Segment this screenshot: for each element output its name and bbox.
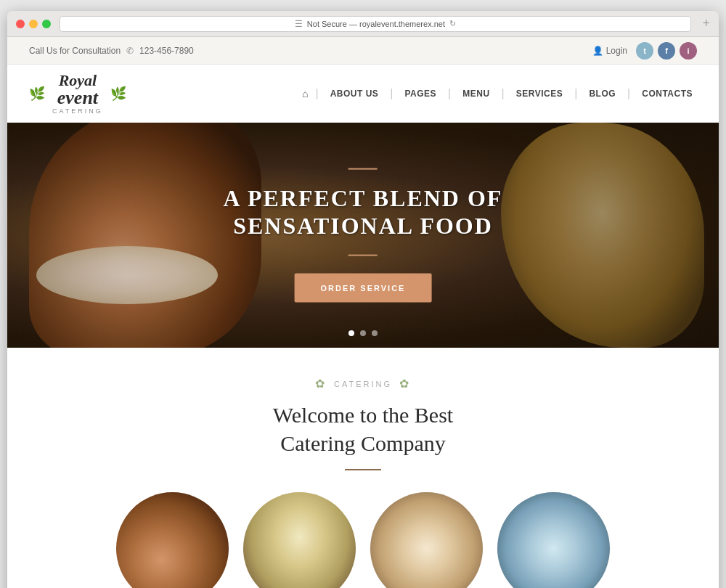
main-nav: ⌂ | ABOUT US | PAGES | MENU | SERVICES |… — [302, 86, 697, 102]
welcome-title: Welcome to the Best Catering Company — [29, 401, 697, 457]
browser-dots — [16, 20, 51, 28]
logo-name: Royal event — [52, 73, 103, 107]
welcome-section: ✿ CATERING ✿ Welcome to the Best Caterin… — [7, 348, 719, 588]
menu-icon: ☰ — [295, 19, 303, 29]
hero-section: A PERFECT BLEND OF SENSATIONAL FOOD ORDE… — [7, 123, 719, 348]
food-circle-4 — [497, 492, 610, 588]
nav-divider-2: | — [390, 87, 393, 100]
nav-item-about[interactable]: ABOUT US — [326, 86, 383, 102]
call-label: Call Us for Consultation — [29, 46, 121, 56]
topbar-right: 👤 Login t f i — [592, 42, 697, 60]
hero-line-top — [348, 168, 378, 170]
topbar-left: Call Us for Consultation ✆ 123-456-7890 — [29, 46, 194, 56]
nav-home-icon[interactable]: ⌂ — [302, 88, 308, 99]
logo-area: 🌿 Royal event CATERING 🌿 — [29, 73, 126, 115]
logo-subtitle: CATERING — [52, 107, 103, 115]
reload-icon[interactable]: ↻ — [449, 19, 456, 28]
add-tab-icon[interactable]: + — [703, 16, 710, 31]
twitter-icon[interactable]: t — [636, 42, 653, 60]
logo-text: Royal event CATERING — [52, 73, 103, 115]
browser-titlebar: ☰ Not Secure — royalevent.themerex.net ↻… — [7, 11, 719, 37]
nav-item-menu[interactable]: MENU — [458, 86, 494, 102]
site-header: 🌿 Royal event CATERING 🌿 ⌂ | ABOUT US | … — [7, 65, 719, 123]
user-icon: 👤 — [592, 46, 603, 56]
login-link[interactable]: 👤 Login — [592, 46, 627, 56]
nav-divider-1: | — [316, 87, 319, 100]
address-text: Not Secure — royalevent.themerex.net — [307, 20, 445, 28]
nav-divider-6: | — [627, 87, 630, 100]
facebook-icon[interactable]: f — [658, 42, 675, 60]
food-circle-3 — [370, 492, 483, 588]
website-content: Call Us for Consultation ✆ 123-456-7890 … — [7, 37, 719, 588]
hero-dot-1[interactable] — [348, 330, 354, 336]
topbar: Call Us for Consultation ✆ 123-456-7890 … — [7, 37, 719, 65]
section-leaf-left: ✿ — [315, 377, 327, 391]
section-divider — [345, 469, 381, 470]
logo-leaf-left: 🌿 — [29, 86, 45, 102]
food-circles-row — [29, 492, 697, 588]
maximize-button[interactable] — [42, 20, 51, 28]
hero-dot-3[interactable] — [372, 330, 378, 336]
phone-icon: ✆ — [126, 46, 134, 56]
hero-line-bottom — [348, 254, 378, 256]
logo-leaf-right: 🌿 — [110, 86, 126, 102]
minimize-button[interactable] — [29, 20, 38, 28]
nav-divider-4: | — [502, 87, 505, 100]
food-circle-2 — [243, 492, 356, 588]
nav-item-blog[interactable]: BLOG — [584, 86, 620, 102]
instagram-icon[interactable]: i — [680, 42, 697, 60]
close-button[interactable] — [16, 20, 25, 28]
phone-number: 123-456-7890 — [139, 46, 194, 56]
nav-item-services[interactable]: SERVICES — [512, 86, 567, 102]
nav-divider-3: | — [448, 87, 451, 100]
nav-item-contacts[interactable]: CONTACTS — [637, 86, 697, 102]
food-circle-1 — [116, 492, 229, 588]
section-label: ✿ CATERING ✿ — [29, 377, 697, 391]
social-icons: t f i — [636, 42, 697, 60]
hero-slider-dots — [348, 330, 378, 336]
nav-divider-5: | — [574, 87, 577, 100]
browser-window: ☰ Not Secure — royalevent.themerex.net ↻… — [7, 11, 719, 588]
section-leaf-right: ✿ — [399, 377, 411, 391]
nav-item-pages[interactable]: PAGES — [400, 86, 441, 102]
order-service-button[interactable]: ORDER SERVICE — [295, 273, 432, 302]
hero-dot-2[interactable] — [360, 330, 366, 336]
address-bar[interactable]: ☰ Not Secure — royalevent.themerex.net ↻ — [60, 16, 691, 32]
hero-title: A PERFECT BLEND OF SENSATIONAL FOOD — [224, 184, 503, 240]
hero-content: A PERFECT BLEND OF SENSATIONAL FOOD ORDE… — [224, 168, 503, 303]
